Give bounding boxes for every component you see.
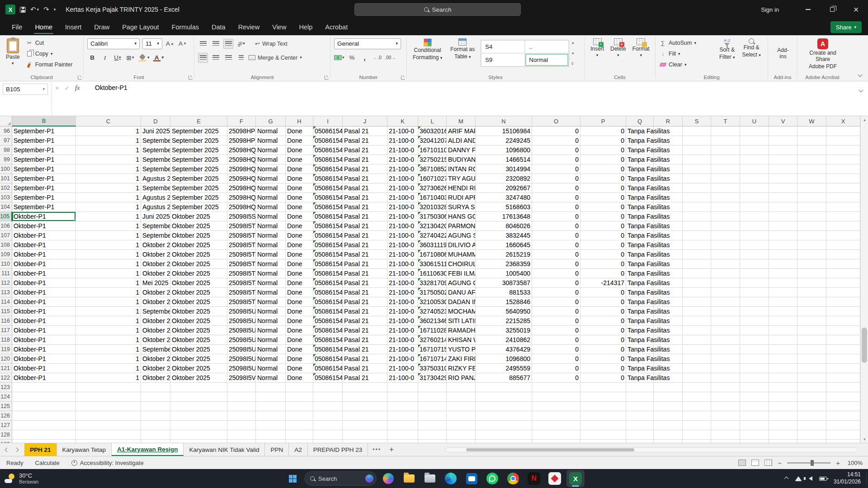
cell[interactable] <box>797 269 826 278</box>
cell[interactable] <box>797 345 826 354</box>
percent-style-button[interactable]: % <box>347 53 357 63</box>
cell[interactable] <box>769 430 797 440</box>
cell[interactable] <box>580 402 626 411</box>
cell[interactable]: 0 <box>580 193 626 202</box>
find-select-button[interactable]: Find & Select ▾ <box>740 38 763 72</box>
cell[interactable]: 1466514 <box>476 155 532 164</box>
cell[interactable]: 0 <box>580 364 626 373</box>
cell[interactable]: DILIVIO A <box>447 240 476 250</box>
cell[interactable]: 36032016 <box>418 127 447 136</box>
number-format-select[interactable]: General▾ <box>334 38 401 49</box>
cell[interactable]: 0 <box>580 326 626 335</box>
cell[interactable] <box>170 383 227 392</box>
cell[interactable]: 33281709 <box>418 278 447 288</box>
cell[interactable] <box>826 221 860 231</box>
decrease-decimal-button[interactable]: .00→ <box>385 53 396 63</box>
normal-view-button[interactable] <box>738 460 746 466</box>
autosum-button[interactable]: ∑AutoSum▾ <box>659 38 714 48</box>
cell[interactable] <box>826 440 860 443</box>
cell[interactable] <box>826 259 860 269</box>
vertical-scrollbar[interactable]: ▲ ▼ <box>860 116 868 443</box>
cell[interactable] <box>654 430 683 440</box>
cell[interactable] <box>626 402 654 411</box>
cell[interactable] <box>797 392 826 402</box>
cell[interactable]: Oktober-P1 <box>12 231 76 240</box>
cell[interactable]: 21-100-0 <box>387 136 418 145</box>
cell[interactable]: 25098I5U <box>227 326 256 335</box>
cell[interactable]: Normal <box>256 278 286 288</box>
cell[interactable]: 0 <box>532 174 580 183</box>
cell[interactable] <box>683 421 711 430</box>
cell[interactable]: 05086154 <box>313 288 343 297</box>
cell[interactable] <box>797 231 826 240</box>
cell[interactable] <box>580 383 626 392</box>
cell[interactable]: Oktober 2025 <box>170 212 227 221</box>
cell[interactable]: Normal <box>256 326 286 335</box>
cell[interactable] <box>711 174 740 183</box>
cell[interactable] <box>826 373 860 383</box>
column-header-Q[interactable]: Q <box>626 116 654 127</box>
outlook-button[interactable] <box>462 470 481 487</box>
cell[interactable] <box>797 212 826 221</box>
cell[interactable]: Oktober 2 <box>141 259 170 269</box>
cell[interactable] <box>826 240 860 250</box>
cell[interactable] <box>711 373 740 383</box>
column-header-R[interactable]: R <box>654 116 683 127</box>
cell[interactable] <box>797 259 826 269</box>
cell[interactable]: September-P1 <box>12 164 76 174</box>
cell[interactable] <box>683 221 711 231</box>
cell[interactable]: Normal <box>256 136 286 145</box>
cell[interactable] <box>826 411 860 421</box>
row-header-122[interactable]: 122 <box>0 373 12 383</box>
alignment-dialog-launcher[interactable] <box>325 75 329 80</box>
cell[interactable] <box>711 364 740 373</box>
cell[interactable] <box>740 278 769 288</box>
cell[interactable] <box>227 411 256 421</box>
cell[interactable]: Juni 2025 <box>141 127 170 136</box>
cell[interactable]: Done <box>286 231 313 240</box>
paste-button[interactable]: Paste ▾ <box>4 38 22 72</box>
row-header-121[interactable]: 121 <box>0 364 12 373</box>
column-header-W[interactable]: W <box>797 116 826 127</box>
cell[interactable]: Pasal 21 <box>343 221 387 231</box>
row-header-128[interactable]: 128 <box>0 430 12 440</box>
cell[interactable]: Agustus 2 <box>141 174 170 183</box>
cell[interactable]: 1 <box>76 164 141 174</box>
cell[interactable]: Pasal 21 <box>343 269 387 278</box>
cell[interactable] <box>769 297 797 307</box>
styles-more-button[interactable]: ⊽ <box>571 62 575 66</box>
cell[interactable]: 16710110 <box>418 145 447 155</box>
cell[interactable]: Normal <box>256 183 286 193</box>
cell[interactable] <box>418 430 447 440</box>
cell[interactable] <box>826 212 860 221</box>
cell[interactable]: Tanpa Fasilitas <box>626 354 654 364</box>
fill-button[interactable]: ↓Fill▾ <box>659 48 714 59</box>
cell[interactable]: 21-100-0 <box>387 354 418 364</box>
fill-handle[interactable] <box>74 219 76 221</box>
cell[interactable]: Septembe <box>141 164 170 174</box>
cell[interactable]: 16710715 <box>418 345 447 354</box>
cell[interactable]: 16710403 <box>418 193 447 202</box>
decrease-indent-button[interactable] <box>236 53 246 63</box>
cell[interactable]: Tanpa Fasilitas <box>626 155 654 164</box>
insert-cells-button[interactable]: + Insert▾ <box>588 38 606 72</box>
cell[interactable] <box>654 421 683 430</box>
cell[interactable] <box>797 402 826 411</box>
cell[interactable]: 0 <box>532 316 580 326</box>
cell[interactable] <box>141 421 170 430</box>
cell[interactable]: Done <box>286 326 313 335</box>
cell[interactable] <box>711 127 740 136</box>
cell[interactable]: Juni 2025 <box>141 212 170 221</box>
cell[interactable]: HENDI RI <box>447 183 476 193</box>
align-middle-button[interactable] <box>211 39 221 49</box>
cell[interactable]: 0 <box>580 354 626 364</box>
row-header-102[interactable]: 102 <box>0 183 12 193</box>
cell[interactable] <box>313 430 343 440</box>
tab-acrobat[interactable]: Acrobat <box>319 19 354 35</box>
cell[interactable]: 0 <box>580 164 626 174</box>
column-header-T[interactable]: T <box>711 116 740 127</box>
align-right-button[interactable] <box>223 53 233 63</box>
horizontal-scrollbar[interactable] <box>445 447 858 452</box>
cell[interactable] <box>580 440 626 443</box>
format-painter-button[interactable]: Format Painter <box>26 59 73 70</box>
